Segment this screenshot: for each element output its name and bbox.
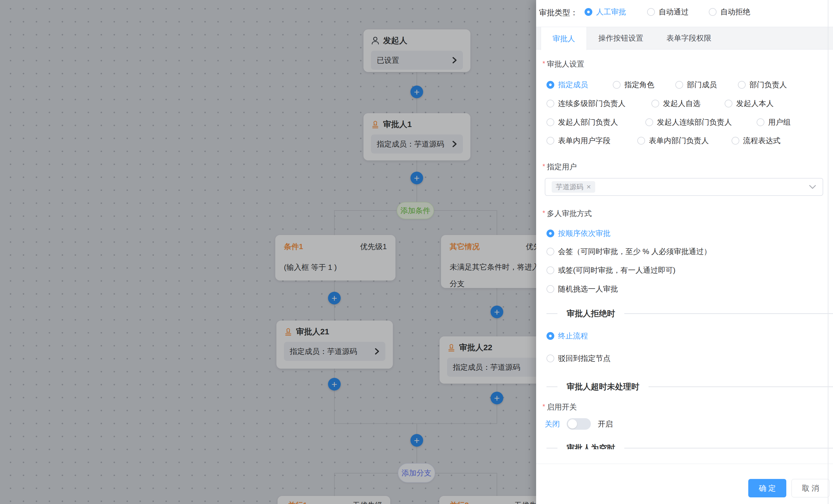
approval-type-label: 审批类型：: [539, 7, 578, 18]
radio-icon: [547, 248, 554, 255]
radio-label: 自动拒绝: [720, 7, 750, 17]
radio-icon: [547, 118, 554, 126]
radio-icon: [709, 8, 717, 16]
cancel-button[interactable]: 取 消: [791, 479, 830, 497]
switch-off-label: 关闭: [545, 419, 560, 429]
radio-icon: [547, 100, 554, 107]
radio-countersign[interactable]: 会签（可同时审批，至少 % 人必须审批通过）: [547, 247, 711, 256]
user-tag-label: 芋道源码: [556, 182, 584, 192]
radio-icon: [547, 355, 554, 362]
radio-icon: [651, 100, 659, 107]
timeout-section-divider: 审批人超时未处理时: [547, 381, 833, 392]
radio-icon: [547, 137, 554, 145]
radio-manual-approve[interactable]: 人工审批: [585, 7, 626, 17]
enable-switch-label: 启用开关: [543, 402, 577, 412]
radio-starter-dept-leader[interactable]: 发起人部门负责人: [547, 118, 618, 127]
radio-process-expression[interactable]: 流程表达式: [732, 136, 781, 145]
assigned-user-label: 指定用户: [543, 162, 577, 172]
enable-switch-row: 关闭 开启: [545, 418, 613, 430]
tag-close-icon[interactable]: ✕: [586, 183, 591, 191]
radio-dept-member[interactable]: 部门成员: [675, 80, 717, 89]
radio-icon: [757, 118, 764, 126]
chevron-down-icon: [809, 184, 816, 189]
workflow-designer: 发起人 已设置 审批人1 指定成员：芋道源码: [0, 0, 833, 504]
radio-assigned-member[interactable]: 指定成员: [547, 80, 588, 89]
tab-action-buttons[interactable]: 操作按钮设置: [587, 27, 655, 49]
radio-icon: [647, 8, 655, 16]
radio-assigned-role[interactable]: 指定角色: [613, 80, 654, 89]
radio-icon: [732, 137, 739, 145]
radio-form-user-field[interactable]: 表单内用户字段: [547, 136, 611, 145]
radio-icon: [637, 137, 645, 145]
settings-tabs: 审批人 操作按钮设置 表单字段权限: [536, 27, 833, 50]
radio-label: 自动通过: [659, 7, 689, 17]
radio-starter-self-select[interactable]: 发起人自选: [651, 99, 700, 108]
radio-starter-self[interactable]: 发起人本人: [724, 99, 774, 108]
radio-icon: [547, 267, 554, 274]
radio-random-one[interactable]: 随机挑选一人审批: [547, 284, 618, 294]
radio-form-dept-leader[interactable]: 表单内部门负责人: [637, 136, 709, 145]
radio-icon: [724, 100, 732, 107]
radio-starter-multi-dept-leader[interactable]: 发起人连续部门负责人: [645, 118, 732, 127]
reject-section-divider: 审批人拒绝时: [547, 308, 833, 319]
radio-auto-reject[interactable]: 自动拒绝: [709, 7, 750, 17]
confirm-button[interactable]: 确 定: [748, 479, 786, 497]
approver-settings-panel: 审批类型： 人工审批 自动通过 自动拒绝 审批人 操作按钮设置 表单字段权限 审…: [536, 0, 833, 504]
switch-on-label: 开启: [598, 419, 613, 429]
panel-scrollbar[interactable]: [828, 0, 828, 504]
radio-user-group[interactable]: 用户组: [757, 118, 791, 127]
multi-mode-label: 多人审批方式: [543, 208, 592, 219]
radio-icon: [547, 285, 554, 293]
radio-label: 人工审批: [596, 7, 626, 17]
radio-icon: [675, 81, 683, 89]
radio-return-to-node[interactable]: 驳回到指定节点: [547, 354, 611, 363]
radio-orsign[interactable]: 或签(可同时审批，有一人通过即可): [547, 266, 675, 275]
radio-icon: [738, 81, 746, 89]
radio-auto-pass[interactable]: 自动通过: [647, 7, 689, 17]
assigned-user-select[interactable]: 芋道源码 ✕: [545, 178, 823, 196]
user-tag: 芋道源码 ✕: [552, 181, 595, 193]
scroll-clip: [536, 449, 831, 464]
radio-selected-icon: [547, 81, 554, 89]
radio-terminate-process[interactable]: 终止流程: [547, 331, 588, 341]
enable-toggle[interactable]: [567, 418, 591, 430]
tab-approver[interactable]: 审批人: [541, 27, 587, 50]
radio-icon: [645, 118, 653, 126]
radio-selected-icon: [585, 8, 592, 16]
radio-icon: [613, 81, 621, 89]
radio-dept-leader[interactable]: 部门负责人: [738, 80, 787, 89]
approver-setting-label: 审批人设置: [543, 59, 584, 69]
tab-form-field-permissions[interactable]: 表单字段权限: [655, 27, 723, 49]
radio-multi-level-dept-leader[interactable]: 连续多级部门负责人: [547, 99, 625, 108]
radio-selected-icon: [547, 229, 554, 237]
radio-sequential[interactable]: 按顺序依次审批: [547, 229, 611, 238]
radio-selected-icon: [547, 332, 554, 340]
